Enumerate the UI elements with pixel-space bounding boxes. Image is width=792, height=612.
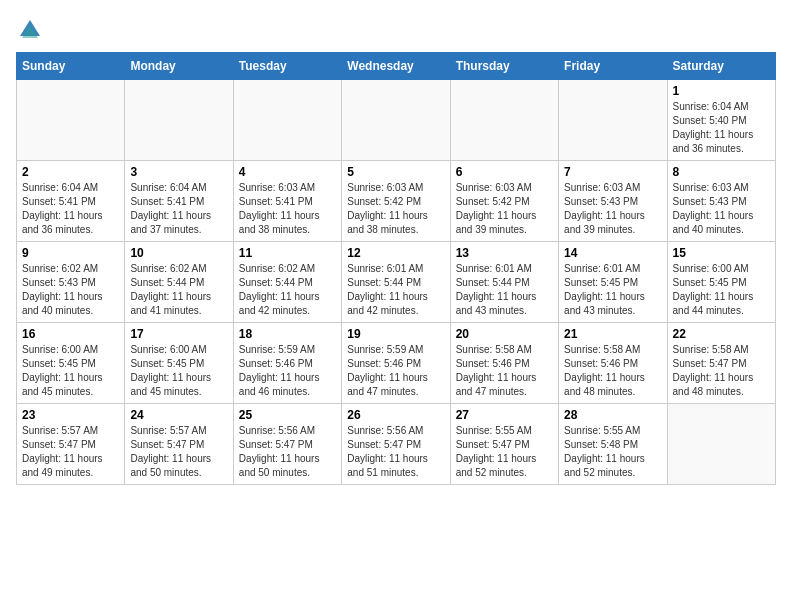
- day-header-friday: Friday: [559, 53, 667, 80]
- header: [16, 16, 776, 44]
- day-info: Sunrise: 5:57 AM Sunset: 5:47 PM Dayligh…: [22, 424, 119, 480]
- day-info: Sunrise: 5:56 AM Sunset: 5:47 PM Dayligh…: [239, 424, 336, 480]
- calendar-cell: [233, 80, 341, 161]
- calendar-cell: 23Sunrise: 5:57 AM Sunset: 5:47 PM Dayli…: [17, 404, 125, 485]
- calendar-week-row: 2Sunrise: 6:04 AM Sunset: 5:41 PM Daylig…: [17, 161, 776, 242]
- day-number: 17: [130, 327, 227, 341]
- day-number: 22: [673, 327, 770, 341]
- calendar-cell: 25Sunrise: 5:56 AM Sunset: 5:47 PM Dayli…: [233, 404, 341, 485]
- calendar-cell: 1Sunrise: 6:04 AM Sunset: 5:40 PM Daylig…: [667, 80, 775, 161]
- day-info: Sunrise: 5:58 AM Sunset: 5:47 PM Dayligh…: [673, 343, 770, 399]
- day-info: Sunrise: 6:00 AM Sunset: 5:45 PM Dayligh…: [22, 343, 119, 399]
- day-number: 4: [239, 165, 336, 179]
- calendar-cell: 9Sunrise: 6:02 AM Sunset: 5:43 PM Daylig…: [17, 242, 125, 323]
- day-number: 5: [347, 165, 444, 179]
- calendar-cell: [17, 80, 125, 161]
- day-header-tuesday: Tuesday: [233, 53, 341, 80]
- calendar-cell: 20Sunrise: 5:58 AM Sunset: 5:46 PM Dayli…: [450, 323, 558, 404]
- day-number: 27: [456, 408, 553, 422]
- day-number: 16: [22, 327, 119, 341]
- day-info: Sunrise: 6:01 AM Sunset: 5:45 PM Dayligh…: [564, 262, 661, 318]
- day-number: 25: [239, 408, 336, 422]
- day-number: 8: [673, 165, 770, 179]
- day-info: Sunrise: 5:55 AM Sunset: 5:47 PM Dayligh…: [456, 424, 553, 480]
- calendar-cell: 14Sunrise: 6:01 AM Sunset: 5:45 PM Dayli…: [559, 242, 667, 323]
- day-header-thursday: Thursday: [450, 53, 558, 80]
- day-info: Sunrise: 6:03 AM Sunset: 5:43 PM Dayligh…: [673, 181, 770, 237]
- day-number: 23: [22, 408, 119, 422]
- calendar-cell: 7Sunrise: 6:03 AM Sunset: 5:43 PM Daylig…: [559, 161, 667, 242]
- calendar-table: SundayMondayTuesdayWednesdayThursdayFrid…: [16, 52, 776, 485]
- day-number: 1: [673, 84, 770, 98]
- calendar-cell: 27Sunrise: 5:55 AM Sunset: 5:47 PM Dayli…: [450, 404, 558, 485]
- day-info: Sunrise: 6:00 AM Sunset: 5:45 PM Dayligh…: [673, 262, 770, 318]
- day-info: Sunrise: 5:58 AM Sunset: 5:46 PM Dayligh…: [564, 343, 661, 399]
- calendar-cell: 26Sunrise: 5:56 AM Sunset: 5:47 PM Dayli…: [342, 404, 450, 485]
- calendar-cell: [125, 80, 233, 161]
- day-info: Sunrise: 6:03 AM Sunset: 5:42 PM Dayligh…: [456, 181, 553, 237]
- calendar-cell: 16Sunrise: 6:00 AM Sunset: 5:45 PM Dayli…: [17, 323, 125, 404]
- day-number: 21: [564, 327, 661, 341]
- calendar-cell: 4Sunrise: 6:03 AM Sunset: 5:41 PM Daylig…: [233, 161, 341, 242]
- day-number: 15: [673, 246, 770, 260]
- day-number: 18: [239, 327, 336, 341]
- day-info: Sunrise: 6:02 AM Sunset: 5:43 PM Dayligh…: [22, 262, 119, 318]
- calendar-cell: 3Sunrise: 6:04 AM Sunset: 5:41 PM Daylig…: [125, 161, 233, 242]
- calendar-cell: 12Sunrise: 6:01 AM Sunset: 5:44 PM Dayli…: [342, 242, 450, 323]
- generalblue-logo-icon: [16, 16, 44, 44]
- day-header-sunday: Sunday: [17, 53, 125, 80]
- day-info: Sunrise: 6:03 AM Sunset: 5:43 PM Dayligh…: [564, 181, 661, 237]
- day-number: 7: [564, 165, 661, 179]
- day-info: Sunrise: 6:03 AM Sunset: 5:41 PM Dayligh…: [239, 181, 336, 237]
- calendar-cell: 13Sunrise: 6:01 AM Sunset: 5:44 PM Dayli…: [450, 242, 558, 323]
- calendar-cell: [450, 80, 558, 161]
- day-info: Sunrise: 5:59 AM Sunset: 5:46 PM Dayligh…: [347, 343, 444, 399]
- day-number: 3: [130, 165, 227, 179]
- calendar-week-row: 9Sunrise: 6:02 AM Sunset: 5:43 PM Daylig…: [17, 242, 776, 323]
- logo: [16, 16, 46, 44]
- calendar-cell: [667, 404, 775, 485]
- day-number: 26: [347, 408, 444, 422]
- calendar-cell: [342, 80, 450, 161]
- day-number: 19: [347, 327, 444, 341]
- calendar-cell: 2Sunrise: 6:04 AM Sunset: 5:41 PM Daylig…: [17, 161, 125, 242]
- day-number: 20: [456, 327, 553, 341]
- day-number: 24: [130, 408, 227, 422]
- day-info: Sunrise: 6:02 AM Sunset: 5:44 PM Dayligh…: [130, 262, 227, 318]
- calendar-cell: 24Sunrise: 5:57 AM Sunset: 5:47 PM Dayli…: [125, 404, 233, 485]
- day-info: Sunrise: 6:00 AM Sunset: 5:45 PM Dayligh…: [130, 343, 227, 399]
- day-info: Sunrise: 5:58 AM Sunset: 5:46 PM Dayligh…: [456, 343, 553, 399]
- calendar-cell: 22Sunrise: 5:58 AM Sunset: 5:47 PM Dayli…: [667, 323, 775, 404]
- day-info: Sunrise: 5:55 AM Sunset: 5:48 PM Dayligh…: [564, 424, 661, 480]
- day-number: 28: [564, 408, 661, 422]
- calendar-week-row: 23Sunrise: 5:57 AM Sunset: 5:47 PM Dayli…: [17, 404, 776, 485]
- calendar-cell: 18Sunrise: 5:59 AM Sunset: 5:46 PM Dayli…: [233, 323, 341, 404]
- calendar-cell: 8Sunrise: 6:03 AM Sunset: 5:43 PM Daylig…: [667, 161, 775, 242]
- calendar-week-row: 1Sunrise: 6:04 AM Sunset: 5:40 PM Daylig…: [17, 80, 776, 161]
- calendar-cell: [559, 80, 667, 161]
- calendar-cell: 10Sunrise: 6:02 AM Sunset: 5:44 PM Dayli…: [125, 242, 233, 323]
- calendar-header-row: SundayMondayTuesdayWednesdayThursdayFrid…: [17, 53, 776, 80]
- day-info: Sunrise: 6:01 AM Sunset: 5:44 PM Dayligh…: [347, 262, 444, 318]
- calendar-cell: 6Sunrise: 6:03 AM Sunset: 5:42 PM Daylig…: [450, 161, 558, 242]
- calendar-cell: 21Sunrise: 5:58 AM Sunset: 5:46 PM Dayli…: [559, 323, 667, 404]
- day-number: 12: [347, 246, 444, 260]
- day-info: Sunrise: 6:04 AM Sunset: 5:41 PM Dayligh…: [130, 181, 227, 237]
- day-number: 9: [22, 246, 119, 260]
- calendar-week-row: 16Sunrise: 6:00 AM Sunset: 5:45 PM Dayli…: [17, 323, 776, 404]
- calendar-cell: 28Sunrise: 5:55 AM Sunset: 5:48 PM Dayli…: [559, 404, 667, 485]
- calendar-cell: 17Sunrise: 6:00 AM Sunset: 5:45 PM Dayli…: [125, 323, 233, 404]
- day-number: 14: [564, 246, 661, 260]
- day-header-saturday: Saturday: [667, 53, 775, 80]
- day-number: 11: [239, 246, 336, 260]
- day-number: 6: [456, 165, 553, 179]
- day-info: Sunrise: 6:04 AM Sunset: 5:41 PM Dayligh…: [22, 181, 119, 237]
- day-number: 13: [456, 246, 553, 260]
- day-info: Sunrise: 5:57 AM Sunset: 5:47 PM Dayligh…: [130, 424, 227, 480]
- day-info: Sunrise: 5:59 AM Sunset: 5:46 PM Dayligh…: [239, 343, 336, 399]
- day-info: Sunrise: 6:03 AM Sunset: 5:42 PM Dayligh…: [347, 181, 444, 237]
- calendar-cell: 5Sunrise: 6:03 AM Sunset: 5:42 PM Daylig…: [342, 161, 450, 242]
- day-info: Sunrise: 5:56 AM Sunset: 5:47 PM Dayligh…: [347, 424, 444, 480]
- day-info: Sunrise: 6:01 AM Sunset: 5:44 PM Dayligh…: [456, 262, 553, 318]
- calendar-cell: 19Sunrise: 5:59 AM Sunset: 5:46 PM Dayli…: [342, 323, 450, 404]
